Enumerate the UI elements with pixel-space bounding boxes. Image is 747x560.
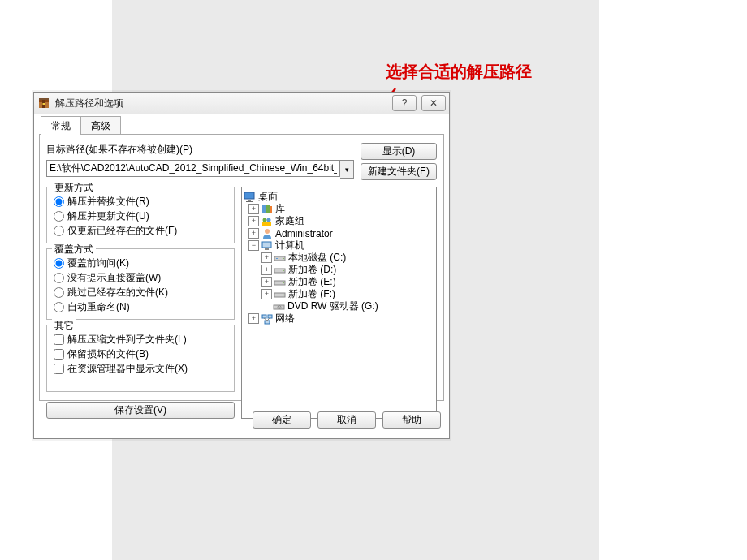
ok-button[interactable]: 确定 (253, 411, 311, 429)
drive-icon (274, 252, 287, 264)
misc-title: 其它 (52, 319, 76, 333)
tree-computer[interactable]: − 计算机 (244, 239, 434, 252)
svg-rect-7 (248, 200, 251, 201)
tree-homegroup[interactable]: + 家庭组 (244, 215, 434, 227)
svg-rect-31 (268, 315, 272, 318)
overwrite-mode-group: 覆盖方式 覆盖前询问(K) 没有提示直接覆盖(W) 跳过已经存在的文件(K) 自… (46, 248, 235, 320)
plus-icon[interactable]: + (248, 216, 259, 226)
svg-point-20 (283, 257, 284, 259)
minus-icon[interactable]: − (248, 240, 259, 251)
tree-drive-f[interactable]: + 新加卷 (F:) (244, 288, 434, 300)
plus-icon[interactable]: + (261, 277, 272, 287)
tree-drive-d[interactable]: + 新加卷 (D:) (244, 264, 434, 276)
svg-point-12 (263, 218, 267, 222)
drive-icon (274, 265, 287, 276)
svg-rect-19 (276, 258, 278, 259)
misc-opt-subfolder[interactable]: 解压压缩文件到子文件夹(L) (54, 332, 227, 347)
misc-opt-broken[interactable]: 保留损坏的文件(B) (54, 347, 227, 361)
tree-network[interactable]: + 网络 (244, 312, 434, 325)
extract-dialog: 解压路径和选项 ? ✕ 常规 高级 目标路径(如果不存在将被创建)(P) ▾ 显… (33, 92, 450, 439)
dialog-title: 解压路径和选项 (55, 97, 123, 110)
tab-panel-general: 目标路径(如果不存在将被创建)(P) ▾ 显示(D) 新建文件夹(E) 更新方式… (39, 134, 444, 401)
plus-icon[interactable]: + (261, 265, 272, 275)
overwrite-mode-title: 覆盖方式 (52, 243, 96, 256)
overwrite-opt-rename[interactable]: 自动重命名(N) (54, 299, 227, 314)
dvd-icon (273, 301, 286, 312)
misc-opt-explorer[interactable]: 在资源管理器中显示文件(X) (54, 361, 227, 376)
plus-icon[interactable]: + (248, 313, 259, 324)
overwrite-opt-skip[interactable]: 跳过已经存在的文件(K) (54, 285, 227, 299)
svg-point-22 (283, 269, 284, 271)
svg-point-24 (283, 282, 284, 283)
overwrite-opt-noask[interactable]: 没有提示直接覆盖(W) (54, 270, 227, 285)
libraries-icon (261, 204, 274, 215)
tab-strip: 常规 高级 (39, 117, 444, 135)
drive-icon (274, 277, 287, 288)
network-icon (261, 313, 274, 325)
annotation-text: 选择合适的解压路径 (386, 61, 532, 83)
drive-icon (274, 289, 287, 300)
svg-rect-32 (265, 321, 270, 324)
destination-path-input[interactable] (46, 160, 340, 177)
svg-rect-10 (266, 205, 270, 213)
dialog-footer: 确定 取消 帮助 (39, 411, 444, 429)
folder-tree[interactable]: 桌面 + 库 + 家庭组 + Administrator − (241, 187, 437, 419)
svg-point-26 (283, 294, 284, 295)
close-button[interactable]: ✕ (421, 95, 446, 111)
svg-rect-9 (262, 205, 266, 213)
svg-rect-14 (262, 222, 271, 226)
svg-rect-16 (262, 242, 271, 248)
destination-dropdown-icon[interactable]: ▾ (340, 160, 354, 179)
svg-point-13 (267, 218, 271, 222)
tree-desktop[interactable]: 桌面 (244, 191, 434, 203)
homegroup-icon (261, 216, 274, 227)
overwrite-opt-ask[interactable]: 覆盖前询问(K) (54, 256, 227, 270)
plus-icon[interactable]: + (261, 289, 272, 299)
svg-rect-30 (262, 315, 266, 318)
help-footer-button[interactable]: 帮助 (382, 411, 441, 429)
tab-general[interactable]: 常规 (41, 116, 81, 135)
titlebar[interactable]: 解压路径和选项 ? ✕ (34, 93, 449, 114)
tree-libraries[interactable]: + 库 (244, 203, 434, 215)
svg-rect-11 (270, 206, 272, 213)
help-button[interactable]: ? (392, 95, 417, 111)
plus-icon[interactable]: + (248, 228, 259, 239)
plus-icon[interactable]: + (248, 204, 259, 214)
display-button[interactable]: 显示(D) (361, 143, 437, 160)
desktop-icon (244, 192, 257, 203)
svg-point-15 (265, 229, 270, 234)
svg-rect-4 (39, 98, 49, 100)
plus-icon[interactable]: + (261, 252, 272, 263)
svg-point-29 (279, 306, 279, 307)
tab-advanced[interactable]: 高级 (80, 116, 121, 135)
new-folder-button[interactable]: 新建文件夹(E) (361, 163, 437, 180)
update-mode-group: 更新方式 解压并替换文件(R) 解压并更新文件(U) 仅更新已经存在的文件(F) (46, 187, 235, 243)
svg-rect-17 (265, 248, 269, 250)
misc-group: 其它 解压压缩文件到子文件夹(L) 保留损坏的文件(B) 在资源管理器中显示文件… (46, 325, 235, 392)
tree-drive-e[interactable]: + 新加卷 (E:) (244, 276, 434, 288)
tree-admin[interactable]: + Administrator (244, 227, 434, 239)
update-opt-replace[interactable]: 解压并替换文件(R) (54, 194, 227, 209)
cancel-button[interactable]: 取消 (317, 411, 376, 429)
computer-icon (261, 240, 274, 252)
update-opt-update[interactable]: 解压并更新文件(U) (54, 209, 227, 223)
tree-drive-dvd[interactable]: DVD RW 驱动器 (G:) (244, 300, 434, 312)
winrar-icon (37, 97, 50, 110)
tree-drive-c[interactable]: + 本地磁盘 (C:) (244, 252, 434, 264)
destination-label: 目标路径(如果不存在将被创建)(P) (46, 143, 354, 157)
svg-rect-8 (246, 201, 253, 202)
user-icon (261, 228, 274, 239)
svg-rect-6 (244, 192, 254, 199)
svg-rect-5 (43, 103, 45, 105)
update-mode-title: 更新方式 (52, 181, 96, 195)
update-opt-existing[interactable]: 仅更新已经存在的文件(F) (54, 223, 227, 238)
